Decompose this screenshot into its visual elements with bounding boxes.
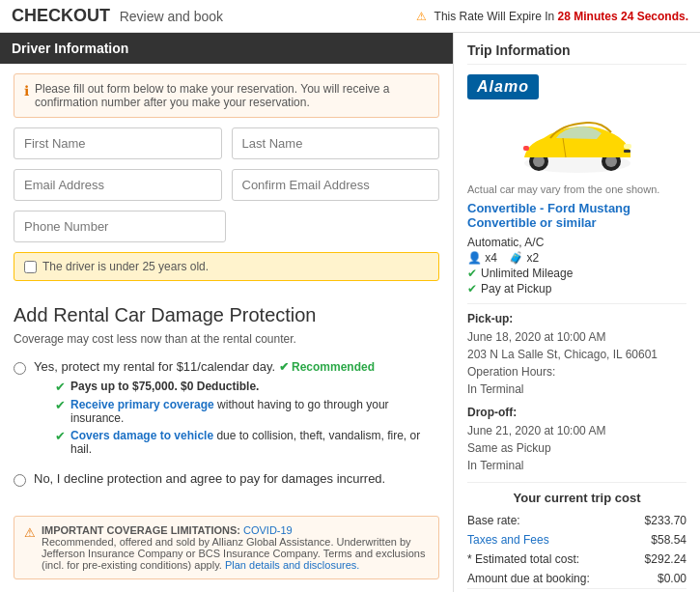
base-rate-row: Base rate: $233.70 — [467, 511, 686, 530]
base-rate-value: $233.70 — [632, 511, 686, 530]
car-name: Convertible - Ford Mustang Convertible o… — [467, 201, 686, 230]
important-warn-icon: ⚠ — [24, 525, 36, 540]
dropoff-date: June 21, 2020 at 10:00 AM — [467, 422, 686, 439]
page-title: CHECKOUT Review and book — [12, 6, 223, 26]
dropoff-section: Drop-off: June 21, 2020 at 10:00 AM Same… — [467, 406, 686, 474]
protection-no-option[interactable]: No, I decline protection and agree to pa… — [14, 471, 439, 487]
estimated-label: * Estimated total cost: — [467, 550, 632, 569]
driver-info-header: Driver Information — [0, 33, 453, 64]
trip-cost-title: Your current trip cost — [467, 482, 686, 505]
svg-rect-6 — [523, 146, 529, 151]
pickup-section: Pick-up: June 18, 2020 at 10:00 AM 203 N… — [467, 312, 686, 398]
right-panel: Trip Information Alamo — [454, 33, 700, 592]
pay-check-icon: ✔ — [467, 282, 477, 296]
dropoff-location: In Terminal — [467, 457, 686, 474]
confirm-email-input[interactable] — [232, 169, 440, 201]
taxes-row: Taxes and Fees $58.54 — [467, 530, 686, 550]
car-capacity: 👤 x4 🧳 x2 — [467, 251, 686, 265]
dropoff-label: Drop-off: — [467, 406, 686, 419]
alamo-logo: Alamo — [467, 74, 539, 99]
due-pickup-value: $292.24 — [632, 589, 686, 593]
due-booking-value: $0.00 — [632, 569, 686, 589]
protection-yes-option[interactable]: Yes, protect my rental for $11/calendar … — [14, 359, 439, 462]
coverage-item-3: ✔ Covers damage to vehicle due to collis… — [55, 429, 439, 456]
car-image-note: Actual car may vary from the one shown. — [467, 183, 686, 195]
email-input[interactable] — [14, 169, 222, 201]
coverage-item-1: ✔ Pays up to $75,000. $0 Deductible. — [55, 380, 439, 394]
phone-row — [14, 211, 439, 242]
car-transmission: Automatic, A/C — [467, 236, 686, 249]
name-row — [14, 127, 439, 159]
plan-details-link[interactable]: Plan details and disclosures. — [225, 559, 359, 571]
coverage-item-2: ✔ Receive primary coverage without havin… — [55, 398, 439, 425]
car-mileage: ✔ Unlimited Mileage — [467, 267, 686, 280]
info-notice: ℹ Please fill out form below to make you… — [14, 73, 439, 118]
protection-yes-radio[interactable] — [14, 362, 26, 375]
pickup-date: June 18, 2020 at 10:00 AM — [467, 328, 686, 346]
pickup-address: 203 N La Salle St, Chicago, IL 60601 — [467, 346, 686, 363]
damage-section: Add Rental Car Damage Protection Coverag… — [0, 304, 453, 506]
expiry-time: 28 Minutes 24 Seconds. — [558, 10, 688, 23]
coverage-list: ✔ Pays up to $75,000. $0 Deductible. ✔ R… — [55, 380, 439, 456]
email-row — [14, 169, 439, 201]
main-container: Driver Information ℹ Please fill out for… — [0, 33, 700, 592]
car-image — [510, 107, 645, 175]
important-notice: ⚠ IMPORTANT COVERAGE LIMITATIONS: COVID-… — [14, 516, 439, 579]
pickup-operation: Operation Hours: — [467, 363, 686, 381]
svg-rect-7 — [624, 150, 630, 153]
recommended-badge: ✔ Recommended — [279, 360, 375, 374]
car-image-container — [467, 107, 686, 178]
divider-1 — [467, 303, 686, 304]
phone-input[interactable] — [14, 211, 226, 242]
car-pay-pickup: ✔ Pay at Pickup — [467, 282, 686, 296]
protection-yes-label: Yes, protect my rental for $11/calendar … — [34, 359, 275, 374]
covid-link[interactable]: COVID-19 — [243, 524, 293, 536]
protection-no-label: No, I decline protection and agree to pa… — [34, 471, 385, 486]
base-rate-label: Base rate: — [467, 511, 632, 530]
car-features: Automatic, A/C 👤 x4 🧳 x2 ✔ Unlimited Mil… — [467, 236, 686, 296]
info-icon: ℹ — [24, 83, 29, 99]
first-name-input[interactable] — [14, 127, 222, 159]
estimated-row: * Estimated total cost: $292.24 — [467, 550, 686, 569]
driver-info-body: ℹ Please fill out form below to make you… — [0, 64, 453, 304]
damage-title: Add Rental Car Damage Protection — [14, 304, 439, 326]
last-name-input[interactable] — [232, 127, 440, 159]
due-pickup-row: Amount due at pick-up: $292.24 — [467, 589, 686, 593]
due-pickup-label: Amount due at pick-up: — [467, 589, 632, 593]
damage-subtitle: Coverage may cost less now than at the r… — [14, 332, 439, 346]
expiry-warning: ⚠ This Rate Will Expire In 28 Minutes 24… — [416, 10, 688, 23]
top-bar: CHECKOUT Review and book ⚠ This Rate Wil… — [0, 0, 700, 33]
trip-info-title: Trip Information — [467, 42, 686, 65]
taxes-value: $58.54 — [632, 530, 686, 550]
under25-notice: The driver is under 25 years old. — [14, 252, 439, 281]
dropoff-address: Same as Pickup — [467, 439, 686, 457]
due-booking-row: Amount due at booking: $0.00 — [467, 569, 686, 589]
check-icon-3: ✔ — [55, 429, 66, 443]
estimated-value: $292.24 — [632, 550, 686, 569]
due-booking-label: Amount due at booking: — [467, 569, 632, 589]
pickup-label: Pick-up: — [467, 312, 686, 325]
check-icon-2: ✔ — [55, 398, 66, 412]
svg-rect-5 — [624, 144, 631, 149]
check-icon-1: ✔ — [55, 380, 66, 394]
protection-no-radio[interactable] — [14, 474, 26, 487]
cost-table: Base rate: $233.70 Taxes and Fees $58.54… — [467, 511, 686, 592]
left-panel: Driver Information ℹ Please fill out for… — [0, 33, 454, 592]
taxes-link[interactable]: Taxes and Fees — [467, 533, 549, 547]
mileage-check-icon: ✔ — [467, 267, 477, 280]
pickup-location: In Terminal — [467, 381, 686, 398]
under25-checkbox[interactable] — [24, 261, 37, 273]
warning-icon: ⚠ — [416, 10, 427, 23]
